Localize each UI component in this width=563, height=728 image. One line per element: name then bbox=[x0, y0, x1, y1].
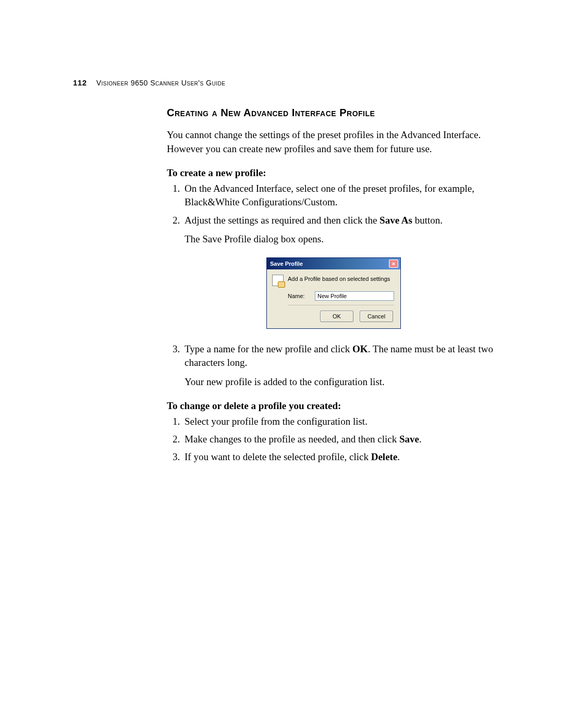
page: 112 Visioneer 9650 Scanner User's Guide … bbox=[0, 0, 563, 728]
create-subhead: To create a new profile: bbox=[167, 167, 500, 179]
change-subhead: To change or delete a profile you create… bbox=[167, 400, 500, 412]
page-number: 112 bbox=[73, 78, 87, 87]
change-steps: Select your profile from the configurati… bbox=[167, 415, 500, 464]
dialog-message-row: Add a Profile based on selected settings bbox=[272, 275, 394, 286]
step-text: button. bbox=[412, 215, 443, 226]
running-header: 112 Visioneer 9650 Scanner User's Guide bbox=[73, 78, 225, 87]
content: Creating a New Advanced Interface Profil… bbox=[167, 107, 500, 464]
dialog-buttons: OK Cancel bbox=[272, 311, 394, 322]
step-followup: Your new profile is added to the configu… bbox=[185, 375, 500, 389]
bold-text: Save As bbox=[380, 215, 412, 226]
step-text: If you want to delete the selected profi… bbox=[185, 451, 371, 462]
step-text: . bbox=[397, 451, 400, 462]
close-icon[interactable]: × bbox=[389, 260, 398, 268]
dialog-message: Add a Profile based on selected settings bbox=[288, 275, 390, 282]
dialog-name-row: Name: bbox=[288, 291, 394, 301]
intro-paragraph: You cannot change the settings of the pr… bbox=[167, 128, 500, 156]
bold-text: OK bbox=[352, 343, 368, 354]
dialog-titlebar[interactable]: Save Profile × bbox=[267, 258, 400, 269]
step-text: Type a name for the new profile and clic… bbox=[185, 343, 352, 354]
step-text: Select your profile from the configurati… bbox=[185, 416, 368, 427]
list-item: On the Advanced Interface, select one of… bbox=[182, 182, 500, 209]
ok-button[interactable]: OK bbox=[320, 311, 353, 322]
step-followup: The Save Profile dialog box opens. bbox=[185, 232, 500, 246]
profile-icon bbox=[272, 275, 284, 286]
running-title: Visioneer 9650 Scanner User's Guide bbox=[96, 79, 226, 87]
bold-text: Save bbox=[399, 434, 419, 445]
step-text: Make changes to the profile as needed, a… bbox=[185, 434, 399, 445]
list-item: Select your profile from the configurati… bbox=[182, 415, 500, 428]
profile-name-input[interactable] bbox=[315, 291, 394, 301]
dialog-title: Save Profile bbox=[270, 261, 303, 267]
bold-text: Delete bbox=[371, 451, 398, 462]
dialog-figure: Save Profile × Add a Profile based on se… bbox=[266, 257, 401, 329]
dialog-body: Add a Profile based on selected settings… bbox=[267, 269, 400, 328]
step-text: Adjust the settings as required and then… bbox=[185, 215, 380, 226]
step-text: On the Advanced Interface, select one of… bbox=[185, 183, 474, 207]
dialog-separator bbox=[288, 305, 394, 305]
save-profile-dialog: Save Profile × Add a Profile based on se… bbox=[266, 257, 401, 329]
create-steps: On the Advanced Interface, select one of… bbox=[167, 182, 500, 246]
step-text: . bbox=[419, 434, 422, 445]
list-item: Type a name for the new profile and clic… bbox=[182, 342, 500, 389]
list-item: Adjust the settings as required and then… bbox=[182, 214, 500, 246]
section-heading: Creating a New Advanced Interface Profil… bbox=[167, 107, 500, 119]
list-item: Make changes to the profile as needed, a… bbox=[182, 433, 500, 446]
create-steps-continued: Type a name for the new profile and clic… bbox=[167, 342, 500, 389]
cancel-button[interactable]: Cancel bbox=[360, 311, 393, 322]
list-item: If you want to delete the selected profi… bbox=[182, 450, 500, 464]
name-label: Name: bbox=[288, 293, 310, 299]
